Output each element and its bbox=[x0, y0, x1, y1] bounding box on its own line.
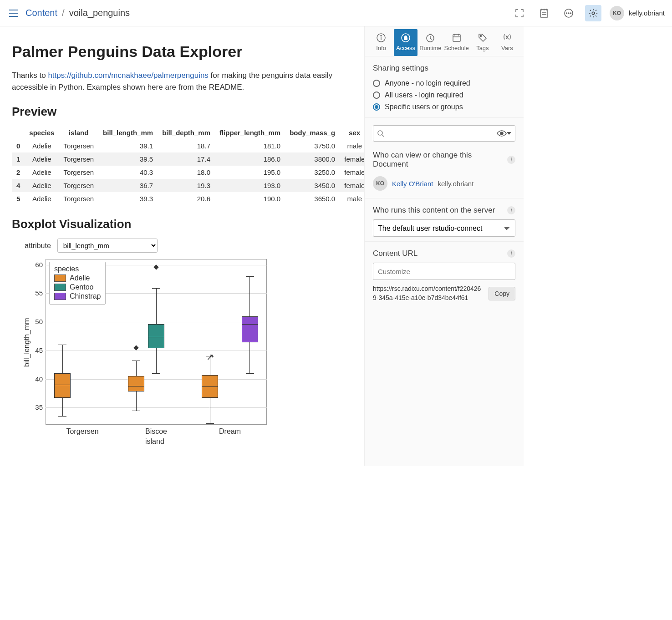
page-title: Palmer Penguins Data Explorer bbox=[12, 43, 352, 61]
info-icon[interactable]: i bbox=[507, 206, 515, 214]
gear-icon bbox=[588, 8, 598, 18]
more-button[interactable] bbox=[560, 5, 577, 21]
ytick-label: 60 bbox=[29, 261, 43, 269]
sharing-option-anyone[interactable]: Anyone - no login required bbox=[373, 77, 515, 89]
breadcrumb-root[interactable]: Content bbox=[25, 8, 57, 18]
svg-rect-0 bbox=[540, 10, 548, 17]
user-search-input[interactable] bbox=[388, 129, 493, 138]
table-row: 0AdelieTorgersen39.118.7181.03750.0male2… bbox=[12, 139, 394, 152]
preview-table: speciesislandbill_length_mmbill_depth_mm… bbox=[12, 126, 394, 205]
preview-heading: Preview bbox=[12, 105, 352, 119]
sharing-option-label: Anyone - no login required bbox=[385, 79, 470, 87]
fullscreen-button[interactable] bbox=[511, 5, 528, 21]
svg-rect-11 bbox=[453, 35, 460, 41]
svg-point-12 bbox=[480, 36, 481, 37]
fullscreen-icon bbox=[515, 9, 524, 18]
side-tab-tags[interactable]: Tags bbox=[471, 29, 494, 56]
side-tab-label: Tags bbox=[476, 45, 489, 51]
user-search[interactable] bbox=[373, 125, 515, 142]
svg-point-2 bbox=[566, 13, 567, 14]
attribute-select[interactable]: bill_length_mm bbox=[57, 239, 158, 253]
content-url-input[interactable] bbox=[373, 263, 515, 280]
content-url-heading: Content URL bbox=[373, 249, 417, 258]
side-tab-runtime[interactable]: Runtime bbox=[418, 29, 442, 56]
table-row: 5AdelieTorgersen39.320.6190.03650.0male2… bbox=[12, 192, 394, 205]
visibility-toggle[interactable] bbox=[497, 130, 511, 137]
avatar: KO bbox=[373, 176, 387, 191]
legend-item: Gentoo bbox=[54, 283, 101, 291]
notepad-icon bbox=[540, 8, 549, 18]
col-species: species bbox=[25, 126, 59, 139]
intro-link[interactable]: https://github.com/mcnakhaee/palmerpengu… bbox=[48, 71, 208, 80]
radio-icon bbox=[373, 80, 380, 87]
table-row: 2AdelieTorgersen40.318.0195.03250.0femal… bbox=[12, 166, 394, 179]
content-url-text: https://rsc.radixu.com/content/f2204269-… bbox=[373, 285, 484, 302]
radio-icon bbox=[373, 91, 380, 99]
user-handle: kelly.obriant bbox=[629, 9, 665, 17]
xtick-label: Biscoe bbox=[145, 427, 167, 436]
breadcrumb: Content / voila_penguins bbox=[25, 8, 130, 18]
legend-item: Adelie bbox=[54, 274, 101, 282]
side-tab-label: Info bbox=[376, 45, 386, 51]
box-gentoo-biscoe bbox=[148, 324, 164, 348]
svg-point-14 bbox=[500, 132, 503, 135]
user-chip[interactable]: KO kelly.obriant bbox=[610, 6, 665, 20]
boxplot-heading: Boxplot Visualization bbox=[12, 217, 352, 231]
caret-down-icon bbox=[507, 132, 511, 135]
side-tab-access[interactable]: Access bbox=[394, 29, 417, 56]
info-icon[interactable]: i bbox=[507, 249, 515, 258]
side-tab-label: Runtime bbox=[419, 45, 441, 51]
viewer-row[interactable]: KOKelly O'Briant kelly.obriant bbox=[373, 173, 515, 193]
breadcrumb-leaf: voila_penguins bbox=[69, 8, 130, 18]
col-index bbox=[12, 126, 25, 139]
viewer-handle: kelly.obriant bbox=[438, 180, 473, 188]
viewers-heading: Who can view or change this Document bbox=[373, 151, 507, 169]
side-tab-info[interactable]: Info bbox=[369, 29, 393, 56]
copy-button[interactable]: Copy bbox=[489, 287, 515, 300]
chart-legend: speciesAdelieGentooChinstrap bbox=[49, 262, 106, 305]
table-row: 4AdelieTorgersen36.719.3193.03450.0femal… bbox=[12, 179, 394, 192]
box-adelie-torgersen bbox=[54, 373, 71, 398]
radio-icon bbox=[373, 103, 380, 111]
more-ellipsis-icon bbox=[564, 8, 574, 18]
side-tab-vars[interactable]: Vars bbox=[495, 29, 519, 56]
x-axis-label: island bbox=[145, 437, 164, 446]
menu-button[interactable] bbox=[7, 7, 20, 20]
access-icon bbox=[401, 33, 411, 43]
sharing-option-allusers[interactable]: All users - login required bbox=[373, 89, 515, 101]
sharing-option-specific[interactable]: Specific users or groups bbox=[373, 101, 515, 113]
ytick-label: 35 bbox=[29, 403, 43, 411]
side-tab-label: Access bbox=[396, 45, 415, 51]
runas-select[interactable]: The default user rstudio-connect bbox=[373, 219, 515, 237]
eye-icon bbox=[497, 130, 507, 137]
info-icon[interactable]: i bbox=[507, 156, 515, 164]
logs-button[interactable] bbox=[536, 5, 552, 21]
legend-item: Chinstrap bbox=[54, 292, 101, 300]
side-tab-schedule[interactable]: Schedule bbox=[443, 29, 470, 56]
side-tab-label: Vars bbox=[501, 45, 513, 51]
schedule-icon bbox=[452, 33, 462, 43]
info-icon bbox=[376, 33, 386, 43]
svg-point-3 bbox=[568, 13, 569, 14]
breadcrumb-sep: / bbox=[62, 8, 65, 18]
viewer-name: Kelly O'Briant bbox=[392, 180, 433, 188]
col-bill_length_mm: bill_length_mm bbox=[98, 126, 158, 139]
ytick-label: 55 bbox=[29, 289, 43, 297]
hamburger-icon bbox=[9, 9, 19, 17]
box-adelie-biscoe bbox=[128, 376, 144, 391]
search-icon bbox=[377, 130, 384, 137]
table-row: 1AdelieTorgersen39.517.4186.03800.0femal… bbox=[12, 152, 394, 166]
settings-button[interactable] bbox=[585, 5, 601, 21]
col-body_mass_g: body_mass_g bbox=[285, 126, 340, 139]
svg-point-7 bbox=[381, 36, 382, 36]
vars-icon bbox=[502, 33, 512, 43]
box-chinstrap-dream bbox=[242, 316, 258, 343]
side-tab-label: Schedule bbox=[444, 45, 469, 51]
svg-point-5 bbox=[592, 12, 595, 15]
col-island: island bbox=[59, 126, 98, 139]
legend-title: species bbox=[54, 265, 101, 273]
sharing-option-label: Specific users or groups bbox=[385, 103, 463, 111]
xtick-label: Torgersen bbox=[66, 427, 98, 436]
sharing-option-label: All users - login required bbox=[385, 91, 463, 99]
svg-point-4 bbox=[570, 13, 571, 14]
